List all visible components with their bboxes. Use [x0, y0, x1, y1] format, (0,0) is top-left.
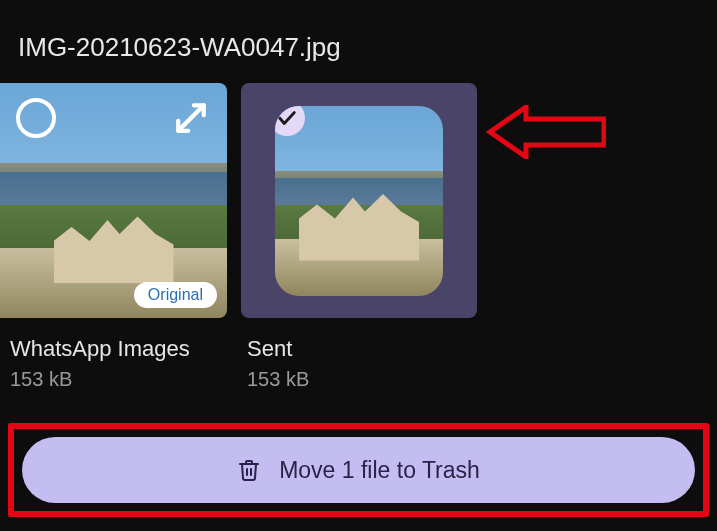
- check-icon: [276, 107, 298, 129]
- original-chip: Original: [134, 282, 217, 308]
- thumb-name: Sent: [247, 336, 477, 362]
- thumbnail-original[interactable]: Original: [0, 83, 227, 318]
- thumbnail-sent[interactable]: [241, 83, 477, 318]
- thumb-meta: Sent 153 kB: [241, 318, 477, 391]
- thumbnails-row: Original WhatsApp Images 153 kB Sent 153…: [0, 83, 717, 391]
- page-title: IMG-20210623-WA0047.jpg: [18, 32, 699, 63]
- arrow-left-icon: [486, 105, 606, 159]
- select-circle-icon[interactable]: [16, 98, 56, 138]
- thumb-size: 153 kB: [247, 368, 477, 391]
- thumb-name: WhatsApp Images: [10, 336, 227, 362]
- thumb-column-original: Original WhatsApp Images 153 kB: [0, 83, 227, 391]
- move-to-trash-button[interactable]: Move 1 file to Trash: [22, 437, 695, 503]
- thumb-meta: WhatsApp Images 153 kB: [0, 318, 227, 391]
- thumb-column-sent: Sent 153 kB: [241, 83, 477, 391]
- expand-icon[interactable]: [171, 98, 211, 138]
- action-highlight: Move 1 file to Trash: [8, 423, 709, 517]
- trash-icon: [237, 458, 261, 482]
- action-label: Move 1 file to Trash: [279, 457, 480, 484]
- photo-placeholder-selected: [275, 106, 443, 296]
- header: IMG-20210623-WA0047.jpg: [0, 0, 717, 83]
- thumb-size: 153 kB: [10, 368, 227, 391]
